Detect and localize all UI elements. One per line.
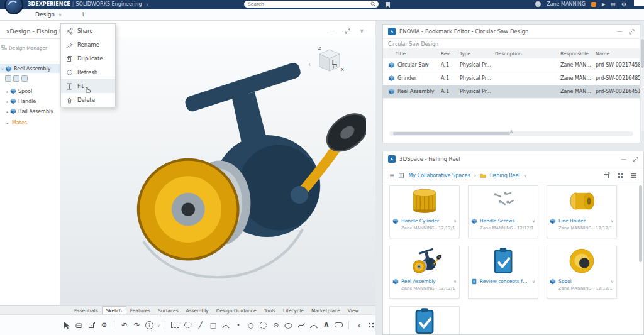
ellipse-tool-icon[interactable]: ○	[284, 321, 293, 330]
minimize-button[interactable]: —	[621, 156, 626, 162]
tile-handle-cylinder[interactable]: Handle Cylinder ∨ Zane MANNING - 12/12/1	[389, 185, 460, 238]
settings-gear-icon[interactable]: ⚙	[621, 1, 626, 8]
table-row-circular-saw[interactable]: Circular Saw A.1 Physical Pr... Zane MAN…	[383, 58, 640, 72]
chevron-down-icon[interactable]: ∨	[453, 219, 457, 224]
tile-line-holder[interactable]: Line Holder ∨ Zane MANNING - 12/12/1	[547, 185, 617, 238]
export-content-icon[interactable]	[603, 172, 611, 179]
menu-item-share[interactable]: Share	[61, 24, 115, 38]
apps-icon[interactable]: ▤	[611, 1, 616, 7]
minimize-button[interactable]: —	[617, 28, 623, 35]
table-row-grinder[interactable]: Grinder A.1 Physical Pr... Zane MAN... p…	[383, 72, 640, 85]
settings-gear-icon[interactable]: ⚙	[99, 321, 109, 330]
tree-item-label[interactable]: Reel Assembly	[14, 66, 50, 72]
add-tab-button[interactable]: +	[80, 11, 86, 18]
column-revision[interactable]: Rev...	[437, 51, 456, 57]
column-description[interactable]: Description	[491, 51, 557, 57]
hamburger-menu-icon[interactable]: ≡	[389, 172, 394, 179]
tree-item-bail-assembly[interactable]: ▸ Bail Assembly	[0, 107, 65, 116]
ribbon-tab-assembly[interactable]: Assembly	[182, 307, 213, 314]
tile-title[interactable]: Spool	[558, 278, 608, 284]
table-row-reel-assembly[interactable]: Reel Assembly A.1 Physical Pr... Zane MA…	[383, 85, 640, 99]
caret-right-icon[interactable]: ▸	[5, 121, 10, 125]
collapse-chevron-icon[interactable]: ∧	[509, 129, 513, 135]
slot-tool-icon[interactable]	[334, 321, 343, 330]
spline-tool-icon[interactable]	[296, 321, 306, 330]
ribbon-tab-view[interactable]: View	[344, 307, 363, 314]
ribbon-tab-essentials[interactable]: Essentials	[70, 307, 102, 314]
help-icon[interactable]: ?	[145, 321, 154, 330]
tile-spool[interactable]: Spool ∨ Zane MANNING - 12/12/1	[547, 246, 617, 299]
redo-icon[interactable]: ↷	[132, 321, 142, 330]
column-name[interactable]: Name	[592, 51, 640, 57]
select-cursor-icon[interactable]	[62, 321, 71, 330]
chevron-down-icon[interactable]: ∨	[524, 173, 526, 178]
ribbon-tab-features[interactable]: Features	[126, 307, 154, 314]
avatar[interactable]	[535, 1, 541, 7]
arc-tool-icon[interactable]	[221, 321, 230, 330]
tab-design[interactable]: Design∨	[35, 11, 62, 18]
tree-item-handle[interactable]: ▸ Handle	[0, 97, 65, 106]
export-icon[interactable]	[87, 321, 96, 330]
breadcrumb-root[interactable]: My Collaborative Spaces	[408, 173, 470, 178]
tree-item-label[interactable]: Handle	[18, 99, 36, 104]
vertical-scrollbar[interactable]	[639, 184, 642, 334]
global-search[interactable]	[244, 1, 379, 8]
play-icon[interactable]: ▶	[602, 2, 605, 7]
caret-right-icon[interactable]: ▸	[5, 109, 10, 114]
chevron-down-icon[interactable]: ∨	[0, 67, 5, 71]
point-tool-icon[interactable]: •	[233, 321, 243, 330]
tile-title[interactable]: Handle Screws	[480, 218, 530, 224]
menu-item-duplicate[interactable]: Duplicate	[61, 52, 115, 65]
ribbon-tab-marketplace[interactable]: Marketplace	[308, 307, 344, 314]
chevron-down-icon[interactable]: ∨	[611, 219, 614, 224]
chevron-left-icon[interactable]: ‹	[308, 61, 311, 68]
tile-review-concepts[interactable]: Review concepts for Rn ∨	[468, 246, 538, 299]
fishing-reel-model[interactable]	[96, 51, 366, 285]
column-type[interactable]: Type	[456, 51, 491, 57]
chevron-down-icon[interactable]: ∨	[146, 2, 148, 6]
chevron-down-icon[interactable]: ∨	[532, 279, 535, 284]
notification-icon[interactable]	[591, 2, 596, 7]
scrollbar-thumb[interactable]	[641, 39, 644, 68]
ribbon-tab-surfaces[interactable]: Surfaces	[154, 307, 182, 314]
vertical-scrollbar[interactable]	[641, 36, 644, 131]
scrollbar-thumb[interactable]	[639, 185, 642, 262]
menu-item-fit[interactable]: Fit	[61, 79, 115, 93]
design-assistant-icon[interactable]	[74, 321, 84, 330]
minimize-button[interactable]: —	[330, 28, 335, 34]
construction-circle-tool-icon[interactable]	[258, 321, 268, 330]
tree-item-label[interactable]: Spool	[18, 89, 32, 94]
layers-icon[interactable]	[1, 45, 8, 51]
tree-item-label[interactable]: Bail Assembly	[18, 109, 53, 114]
config-badge-icon[interactable]	[13, 75, 19, 82]
line-tool-icon[interactable]: ╱	[196, 321, 205, 330]
scrollbar-thumb[interactable]	[393, 132, 510, 135]
rectangle-tool-icon[interactable]: □	[208, 321, 218, 330]
view-cube[interactable]	[316, 47, 343, 75]
chevron-left-icon[interactable]: ‹	[354, 321, 364, 330]
config-badge-icon[interactable]	[21, 75, 28, 82]
grid-view-icon[interactable]	[617, 172, 624, 179]
menu-item-delete[interactable]: Delete	[61, 93, 115, 107]
tile-title[interactable]: Line Holder	[558, 218, 608, 224]
text-tool-icon[interactable]: A	[321, 321, 331, 330]
config-badge-icon[interactable]	[5, 75, 11, 82]
menu-item-refresh[interactable]: Refresh	[61, 65, 115, 79]
tree-item-spool[interactable]: ▸ Spool	[0, 87, 65, 96]
expand-icon[interactable]	[633, 157, 638, 162]
chevron-down-icon[interactable]: ∨	[532, 219, 535, 224]
tile-title[interactable]: Handle Cylinder	[401, 218, 451, 224]
undo-icon[interactable]: ↶	[119, 321, 129, 330]
ribbon-tab-sketch[interactable]: Sketch	[102, 306, 126, 314]
menu-item-rename[interactable]: Rename	[61, 38, 115, 52]
caret-right-icon[interactable]: ▸	[5, 89, 10, 94]
chevron-down-icon[interactable]: ∨	[453, 279, 457, 284]
chevron-down-icon[interactable]: ∨	[360, 28, 364, 34]
chevron-down-icon[interactable]: ∨	[58, 13, 62, 18]
tag-icon[interactable]	[385, 1, 391, 8]
user-name[interactable]: Zane MANNING	[547, 1, 586, 7]
center-circle-tool-icon[interactable]: ⊙	[271, 321, 280, 330]
expand-icon[interactable]	[345, 28, 350, 34]
list-view-icon[interactable]	[630, 173, 637, 178]
tile-title[interactable]: Review concepts for Rn	[480, 278, 530, 284]
